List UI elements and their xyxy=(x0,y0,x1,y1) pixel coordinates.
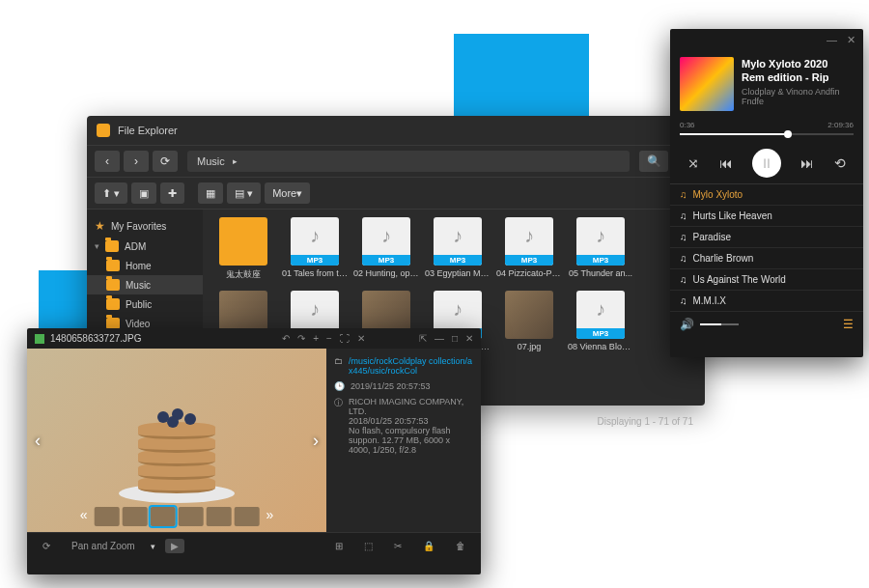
music-player-window: — ✕ Mylo Xyloto 2020 Rem edition - Rip C… xyxy=(670,29,863,357)
camera-info: RICOH IMAGING COMPANY, LTD. xyxy=(349,397,473,416)
share-button[interactable]: ⇱ xyxy=(419,333,427,344)
search-button[interactable]: 🔍 xyxy=(639,151,668,172)
next-button[interactable]: ⏭ xyxy=(800,155,814,171)
strip-thumb[interactable] xyxy=(95,507,120,526)
track-title: Mylo Xyloto 2020 Rem edition - Rip xyxy=(742,57,854,85)
forward-button[interactable]: › xyxy=(124,151,149,172)
upload-button[interactable]: ⬆ ▾ xyxy=(95,182,127,204)
file-name: 05 Thunder an... xyxy=(568,268,633,278)
strip-thumb[interactable] xyxy=(123,507,148,526)
strip-thumb[interactable] xyxy=(207,507,232,526)
next-image-button[interactable]: › xyxy=(313,431,319,451)
window-titlebar: 1480658633727.JPG ↶ ↷ + − ⛶ ✕ ⇱ — □ ✕ xyxy=(27,328,481,349)
fullscreen-button[interactable]: ⛶ xyxy=(340,333,350,344)
playlist-track[interactable]: ♫M.M.I.X xyxy=(670,291,863,312)
repeat-button[interactable]: ⟲ xyxy=(834,155,846,171)
note-icon: ♫ xyxy=(680,232,687,242)
maximize-button[interactable]: □ xyxy=(452,333,458,344)
folder-icon xyxy=(106,298,120,310)
file-tile[interactable]: MP302 Hunting, op. ... xyxy=(353,217,419,281)
lock-button[interactable]: 🔒 xyxy=(417,539,440,553)
image-viewer-window: 1480658633727.JPG ↶ ↷ + − ⛶ ✕ ⇱ — □ ✕ ‹ … xyxy=(27,328,481,574)
shuffle-button[interactable]: ⤨ xyxy=(687,155,699,171)
close-button[interactable]: ✕ xyxy=(847,34,855,46)
file-tile[interactable]: 07.jpg xyxy=(496,291,562,351)
back-button[interactable]: ‹ xyxy=(95,151,120,172)
track-artist: Clodplay & Vinono Andfin Fndfe xyxy=(742,87,854,106)
pan-zoom-label[interactable]: Pan and Zoom xyxy=(66,539,141,553)
window-titlebar: File Explorer xyxy=(87,116,705,146)
app-icon xyxy=(35,334,44,344)
file-tile[interactable]: MP308 Vienna Bloo... xyxy=(568,291,633,351)
playlist-track[interactable]: ♫Hurts Like Heaven xyxy=(670,206,863,227)
rotate-right-button[interactable]: ↷ xyxy=(297,333,305,344)
prev-image-button[interactable]: ‹ xyxy=(35,431,41,451)
breadcrumb-text: Music xyxy=(197,155,225,167)
file-tile[interactable]: MP305 Thunder an... xyxy=(568,217,633,281)
strip-thumb-current[interactable] xyxy=(151,507,176,526)
new-button[interactable]: ▣ xyxy=(131,182,156,204)
add-folder-button[interactable]: ✚ xyxy=(160,182,184,204)
playlist-track[interactable]: ♫Charlie Brown xyxy=(670,248,863,269)
view-list-button[interactable]: ▤ ▾ xyxy=(227,182,261,204)
progress-section: 0:36 2:09:36 xyxy=(670,117,863,143)
file-tile[interactable]: MP301 Tales from the... xyxy=(282,217,348,281)
rotate-left-button[interactable]: ↶ xyxy=(282,333,290,344)
playlist-track[interactable]: ♫Paradise xyxy=(670,227,863,248)
strip-next-button[interactable]: » xyxy=(266,507,274,526)
strip-thumb[interactable] xyxy=(235,507,260,526)
shot-date: 2018/01/25 20:57:53 xyxy=(349,416,473,426)
refresh-button[interactable]: ⟳ xyxy=(153,151,178,172)
playlist-toggle-icon[interactable]: ☰ xyxy=(843,318,854,331)
note-icon: ♫ xyxy=(680,189,687,200)
sidebar-adm[interactable]: ▾ADM xyxy=(87,237,203,256)
folder-icon: 🗀 xyxy=(334,356,343,376)
crop-button[interactable]: ✂ xyxy=(388,539,407,553)
tool-button[interactable]: ⬚ xyxy=(358,539,378,553)
file-tile[interactable]: 鬼太鼓座 xyxy=(210,217,276,281)
close-button[interactable]: ✕ xyxy=(357,333,365,344)
refresh-button[interactable]: ⟳ xyxy=(37,539,56,553)
sidebar-favorites[interactable]: ★My Favorites xyxy=(87,215,203,237)
more-button[interactable]: More ▾ xyxy=(265,182,310,204)
status-bar: Displaying 1 - 71 of 71 xyxy=(597,416,693,427)
file-name: 04 Pizzicato-Polk... xyxy=(496,268,562,278)
time-total: 2:09:36 xyxy=(827,121,854,129)
file-name: 02 Hunting, op. ... xyxy=(353,268,419,278)
delete-button[interactable]: 🗑 xyxy=(450,539,471,553)
album-art xyxy=(680,57,734,111)
close-panel-button[interactable]: ✕ xyxy=(465,333,473,344)
file-tile[interactable]: MP304 Pizzicato-Polk... xyxy=(496,217,562,281)
playlist-track[interactable]: ♫Us Against The World xyxy=(670,269,863,291)
note-icon: ♫ xyxy=(680,253,687,264)
progress-bar[interactable] xyxy=(680,133,854,135)
sidebar-item-home[interactable]: Home xyxy=(87,256,203,275)
zoom-in-button[interactable]: + xyxy=(313,333,319,344)
slideshow-button[interactable]: ▶ xyxy=(165,539,184,553)
file-name: 08 Vienna Bloo... xyxy=(568,342,633,351)
prev-button[interactable]: ⏮ xyxy=(719,155,733,171)
playlist-track[interactable]: ♫Mylo Xyloto xyxy=(670,184,863,206)
minimize-button[interactable]: — xyxy=(434,333,444,344)
nav-bar: ‹ › ⟳ Music ▸ 🔍 ⚙ xyxy=(87,146,705,178)
strip-prev-button[interactable]: « xyxy=(80,507,88,526)
sidebar-item-music[interactable]: Music xyxy=(87,275,203,294)
image-canvas[interactable]: ‹ › « xyxy=(27,349,326,532)
sidebar-item-public[interactable]: Public xyxy=(87,294,203,314)
pause-button[interactable]: ⏸ xyxy=(752,149,781,178)
thumbnail-strip: « » xyxy=(80,507,274,526)
strip-thumb[interactable] xyxy=(179,507,204,526)
tool-button[interactable]: ⊞ xyxy=(329,539,349,553)
volume-slider[interactable] xyxy=(700,323,739,325)
minimize-button[interactable]: — xyxy=(827,34,837,46)
volume-icon[interactable]: 🔊 xyxy=(680,318,694,331)
folder-icon xyxy=(106,260,120,271)
note-icon: ♫ xyxy=(680,295,687,306)
info-icon: ⓘ xyxy=(334,397,343,455)
chevron-right-icon: ▸ xyxy=(233,156,238,166)
view-grid-button[interactable]: ▦ xyxy=(198,182,223,204)
breadcrumb[interactable]: Music ▸ xyxy=(187,151,630,172)
zoom-out-button[interactable]: − xyxy=(326,333,332,344)
now-playing: Mylo Xyloto 2020 Rem edition - Rip Clodp… xyxy=(670,51,863,117)
file-tile[interactable]: MP303 Egyptian March... xyxy=(425,217,491,281)
